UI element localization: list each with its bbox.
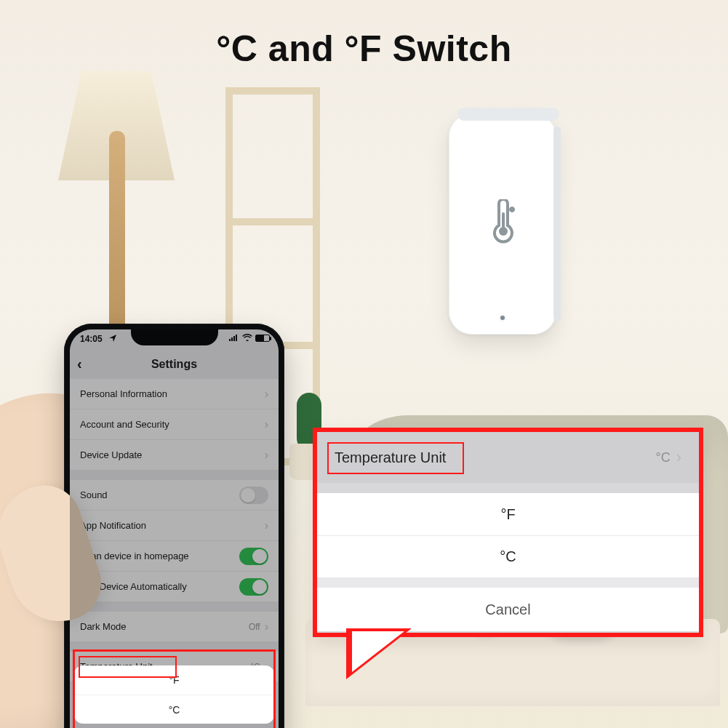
callout-cancel[interactable]: Cancel — [317, 588, 699, 631]
phone-screen: 14:05 ‹ Settings Personal Information›Ac… — [70, 329, 279, 728]
sensor-device — [449, 113, 556, 335]
sheet-option-c[interactable]: °C — [74, 695, 274, 724]
callout-tail — [346, 628, 412, 679]
callout-row-value: °C — [655, 450, 670, 465]
phone-frame: 14:05 ‹ Settings Personal Information›Ac… — [64, 324, 284, 728]
zoom-callout: Temperature Unit °C › °F °C Cancel — [313, 428, 703, 637]
thermometer-icon — [483, 199, 522, 247]
callout-gap — [317, 577, 699, 588]
callout-option-f[interactable]: °F — [317, 493, 699, 535]
sheet-option-f[interactable]: °F — [74, 665, 274, 695]
callout-highlight — [327, 442, 464, 474]
status-led — [500, 316, 505, 320]
chevron-right-icon: › — [676, 448, 681, 467]
action-sheet: °F °C Cancel — [74, 665, 274, 728]
callout-option-c[interactable]: °C — [317, 535, 699, 577]
page-title: °C and °F Switch — [0, 28, 728, 70]
